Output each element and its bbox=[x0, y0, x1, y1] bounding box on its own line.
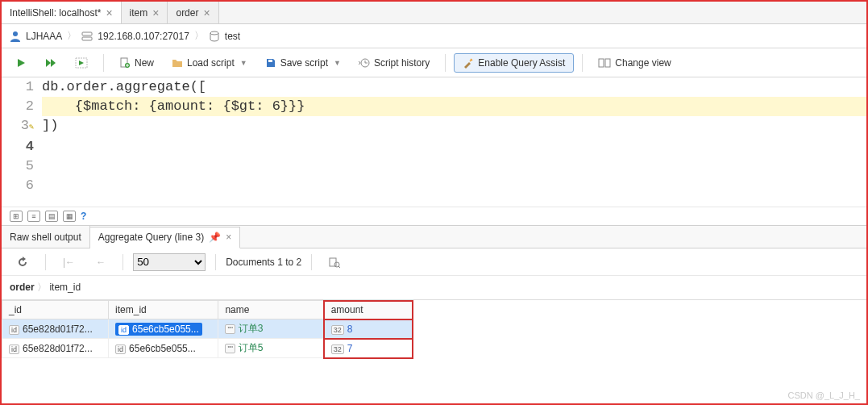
change-view-button[interactable]: Change view bbox=[591, 54, 678, 72]
separator bbox=[311, 254, 312, 270]
separator bbox=[582, 54, 583, 72]
pager: |← ← 50 Documents 1 to 2 bbox=[2, 248, 866, 276]
run-selection-button[interactable] bbox=[68, 54, 95, 72]
load-script-button[interactable]: Load script▼ bbox=[164, 54, 255, 72]
run-button[interactable] bbox=[8, 54, 34, 72]
separator bbox=[103, 54, 104, 72]
watermark: CSDN @_L_J_H_ bbox=[788, 390, 860, 400]
separator bbox=[45, 254, 46, 270]
code-editor[interactable]: 123✎456 db.order.aggregate([ {$match: {a… bbox=[2, 77, 866, 207]
svg-point-3 bbox=[210, 31, 218, 35]
view-mode-icon-1[interactable]: ⊞ bbox=[10, 211, 23, 222]
line-gutter: 123✎456 bbox=[2, 77, 42, 207]
history-label: Script history bbox=[374, 57, 430, 69]
tab-item[interactable]: item × bbox=[122, 2, 168, 23]
objectid-icon: id bbox=[118, 325, 129, 335]
view-mode-icon-3[interactable]: ▤ bbox=[45, 211, 58, 222]
tab-label: order bbox=[176, 7, 198, 19]
svg-line-13 bbox=[338, 266, 340, 268]
svg-rect-1 bbox=[82, 32, 92, 35]
tab-label: IntelliShell: localhost* bbox=[10, 7, 101, 19]
chevron-right-icon: 〉 bbox=[67, 29, 77, 43]
database-icon bbox=[209, 31, 220, 42]
breadcrumb-db[interactable]: test bbox=[225, 31, 240, 42]
objectid-icon: id bbox=[9, 325, 19, 335]
run-all-button[interactable] bbox=[37, 54, 64, 72]
svg-rect-2 bbox=[82, 37, 92, 40]
col-id[interactable]: _id bbox=[2, 301, 109, 319]
editor-status-bar: ⊞ ≡ ▤ ▦ ? bbox=[2, 207, 866, 226]
close-icon[interactable]: × bbox=[226, 232, 231, 243]
col-name[interactable]: name bbox=[218, 301, 324, 319]
separator bbox=[123, 254, 123, 270]
col-amount[interactable]: amount bbox=[324, 301, 412, 319]
number-icon: 32 bbox=[331, 344, 344, 354]
table-row[interactable]: id65e828d01f72... id65e6cb5e055... ""订单5… bbox=[2, 339, 413, 358]
svg-rect-7 bbox=[268, 60, 272, 62]
svg-point-0 bbox=[13, 31, 18, 36]
chevron-right-icon: 〉 bbox=[37, 282, 49, 293]
toolbar: New Load script▼ Save script▼ Script his… bbox=[2, 48, 866, 77]
objectid-icon: id bbox=[9, 344, 19, 354]
output-tabs: Raw shell output Aggregate Query (line 3… bbox=[2, 226, 866, 248]
query-assist-button[interactable]: Enable Query Assist bbox=[454, 53, 574, 73]
result-field[interactable]: item_id bbox=[49, 282, 81, 293]
help-icon[interactable]: ? bbox=[81, 211, 86, 222]
chevron-down-icon: ▼ bbox=[240, 59, 247, 67]
view-mode-icon-2[interactable]: ≡ bbox=[27, 211, 40, 222]
close-icon[interactable]: × bbox=[106, 6, 112, 19]
first-page-button[interactable]: |← bbox=[56, 253, 82, 271]
tab-raw-output[interactable]: Raw shell output bbox=[2, 226, 90, 248]
view-mode-icon-4[interactable]: ▦ bbox=[63, 211, 76, 222]
tab-intellishell[interactable]: IntelliShell: localhost* × bbox=[2, 2, 122, 23]
new-label: New bbox=[135, 57, 154, 69]
results-grid: _id item_id name amount id65e828d01f72..… bbox=[2, 299, 866, 358]
server-icon bbox=[81, 31, 93, 42]
save-script-button[interactable]: Save script▼ bbox=[258, 54, 348, 72]
chevron-right-icon: 〉 bbox=[194, 29, 204, 43]
pin-icon[interactable]: 📌 bbox=[209, 232, 221, 243]
prev-page-button[interactable]: ← bbox=[89, 253, 113, 271]
tab-aggregate-query[interactable]: Aggregate Query (line 3) 📌 × bbox=[90, 227, 240, 248]
result-breadcrumb: order 〉 item_id bbox=[2, 276, 866, 299]
assist-label: Enable Query Assist bbox=[478, 57, 565, 69]
user-icon bbox=[10, 31, 21, 42]
view-label: Change view bbox=[615, 57, 671, 69]
tab-order[interactable]: order × bbox=[168, 2, 218, 23]
code-body[interactable]: db.order.aggregate([ {$match: {amount: {… bbox=[42, 77, 866, 207]
tab-label: item bbox=[130, 7, 148, 19]
close-icon[interactable]: × bbox=[152, 6, 159, 19]
svg-rect-11 bbox=[330, 258, 336, 266]
tab-label: Raw shell output bbox=[10, 232, 81, 243]
breadcrumb-user[interactable]: LJHAAA bbox=[26, 31, 62, 42]
load-label: Load script bbox=[187, 57, 235, 69]
breadcrumb-host[interactable]: 192.168.0.107:27017 bbox=[98, 31, 189, 42]
breadcrumb: LJHAAA 〉 192.168.0.107:27017 〉 test bbox=[2, 24, 866, 48]
table-row[interactable]: id65e828d01f72... id65e6cb5e055... ""订单3… bbox=[2, 319, 413, 339]
save-label: Save script bbox=[280, 57, 328, 69]
svg-rect-10 bbox=[605, 59, 610, 67]
objectid-icon: id bbox=[115, 344, 126, 354]
close-icon[interactable]: × bbox=[203, 6, 210, 19]
col-item-id[interactable]: item_id bbox=[109, 301, 218, 319]
search-in-results-button[interactable] bbox=[322, 253, 347, 271]
result-collection[interactable]: order bbox=[10, 282, 35, 293]
new-button[interactable]: New bbox=[112, 54, 161, 72]
separator bbox=[215, 254, 216, 270]
svg-rect-9 bbox=[599, 59, 604, 67]
tab-label: Aggregate Query (line 3) bbox=[98, 232, 204, 243]
page-size-select[interactable]: 50 bbox=[133, 253, 206, 271]
editor-tabs: IntelliShell: localhost* × item × order … bbox=[2, 2, 866, 24]
documents-range: Documents 1 to 2 bbox=[226, 257, 301, 268]
string-icon: "" bbox=[225, 344, 235, 353]
chevron-down-icon: ▼ bbox=[334, 59, 341, 67]
script-history-button[interactable]: Script history bbox=[351, 54, 437, 72]
string-icon: "" bbox=[225, 324, 235, 334]
separator bbox=[445, 54, 446, 72]
number-icon: 32 bbox=[331, 325, 344, 335]
header-row: _id item_id name amount bbox=[2, 301, 413, 319]
refresh-button[interactable] bbox=[10, 253, 35, 271]
